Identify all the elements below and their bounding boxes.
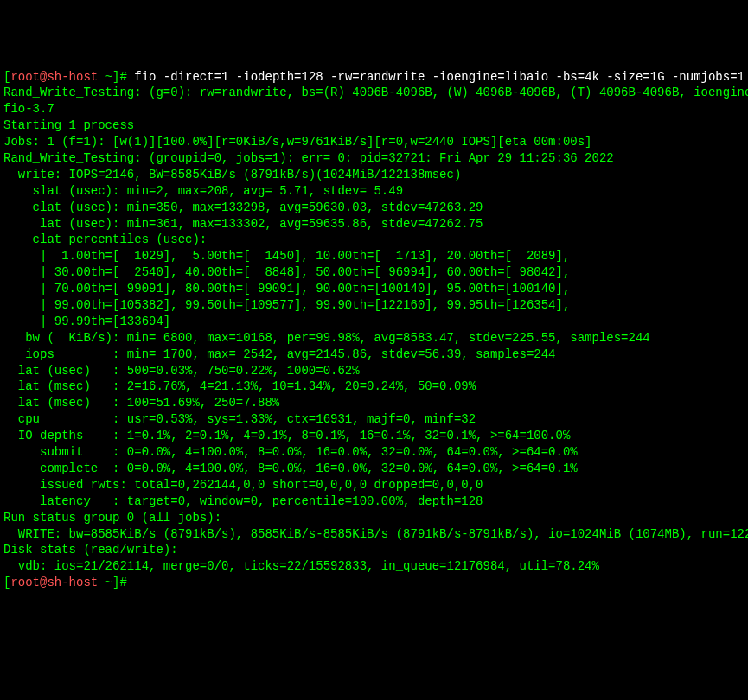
final-prompt-user-host: root@sh-host — [10, 576, 105, 589]
prompt-line: [root@sh-host ~]# fio -direct=1 -iodepth… — [3, 69, 745, 86]
output-line: iops : min= 1700, max= 2542, avg=2145.86… — [3, 347, 745, 363]
output-line: issued rwts: total=0,262144,0,0 short=0,… — [3, 477, 745, 493]
output-line: lat (msec) : 100=51.69%, 250=7.88% — [3, 395, 745, 411]
output-line: complete : 0=0.0%, 4=100.0%, 8=0.0%, 16=… — [3, 461, 745, 477]
output-line: submit : 0=0.0%, 4=100.0%, 8=0.0%, 16=0.… — [3, 444, 745, 461]
output-line: write: IOPS=2146, BW=8585KiB/s (8791kB/s… — [3, 167, 745, 183]
terminal-output[interactable]: [root@sh-host ~]# fio -direct=1 -iodepth… — [3, 69, 745, 592]
output-line: WRITE: bw=8585KiB/s (8791kB/s), 8585KiB/… — [3, 526, 745, 543]
output-line: fio-3.7 — [3, 101, 745, 118]
output-line: | 1.00th=[ 1029], 5.00th=[ 1450], 10.00t… — [3, 248, 745, 264]
output-line: Run status group 0 (all jobs): — [3, 510, 745, 526]
output-line: | 99.00th=[105382], 99.50th=[109577], 99… — [3, 297, 745, 314]
output-line: slat (usec): min=2, max=208, avg= 5.71, … — [3, 183, 745, 200]
cursor[interactable] — [127, 576, 134, 589]
prompt-user-host: root@sh-host — [10, 70, 105, 84]
output-line: | 30.00th=[ 2540], 40.00th=[ 8848], 50.0… — [3, 264, 745, 281]
output-line: lat (usec): min=361, max=133302, avg=596… — [3, 216, 745, 232]
output-line: cpu : usr=0.53%, sys=1.33%, ctx=16931, m… — [3, 411, 745, 428]
output-line: Disk stats (read/write): — [3, 542, 745, 558]
command-text: fio -direct=1 -iodepth=128 -rw=randwrite… — [134, 70, 748, 84]
output-line: clat percentiles (usec): — [3, 232, 745, 248]
output-line: Rand_Write_Testing: (g=0): rw=randwrite,… — [3, 85, 745, 101]
output-line: lat (usec) : 500=0.03%, 750=0.22%, 1000=… — [3, 363, 745, 379]
output-line: lat (msec) : 2=16.76%, 4=21.13%, 10=1.34… — [3, 379, 745, 395]
output-line: Starting 1 process — [3, 118, 745, 134]
output-line: bw ( KiB/s): min= 6800, max=10168, per=9… — [3, 330, 745, 347]
output-line: | 70.00th=[ 99091], 80.00th=[ 99091], 90… — [3, 281, 745, 297]
output-line: IO depths : 1=0.1%, 2=0.1%, 4=0.1%, 8=0.… — [3, 428, 745, 444]
output-line: clat (usec): min=350, max=133298, avg=59… — [3, 200, 745, 216]
prompt-tilde: ~ — [105, 70, 112, 84]
final-prompt-close: ]# — [112, 576, 127, 589]
output-line: latency : target=0, window=0, percentile… — [3, 493, 745, 510]
output-line: Jobs: 1 (f=1): [w(1)][100.0%][r=0KiB/s,w… — [3, 134, 745, 150]
output-line: | 99.99th=[133694] — [3, 314, 745, 330]
prompt-close: ]# — [112, 70, 127, 84]
final-prompt-tilde: ~ — [105, 576, 112, 589]
final-prompt-line: [root@sh-host ~]# — [3, 575, 745, 591]
output-line: Rand_Write_Testing: (groupid=0, jobs=1):… — [3, 150, 745, 167]
output-line: vdb: ios=21/262114, merge=0/0, ticks=22/… — [3, 558, 745, 575]
output-block: Rand_Write_Testing: (g=0): rw=randwrite,… — [3, 85, 745, 575]
